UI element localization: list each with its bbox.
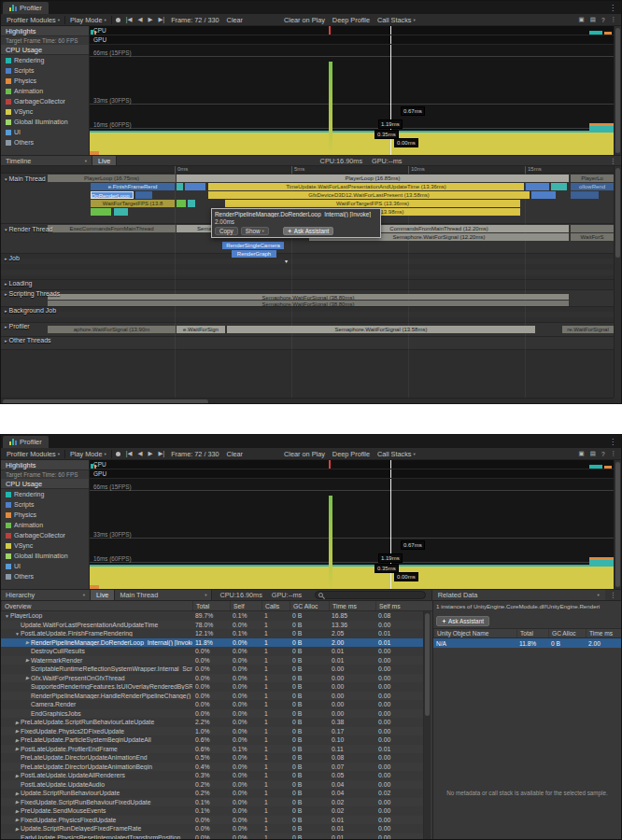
column-header[interactable]: Unity Object Name bbox=[433, 629, 516, 637]
legend-item[interactable]: Animation bbox=[1, 520, 89, 530]
hierarchy-row[interactable]: ▶WatermarkRender 0.0% 0.0% 1 0 B 0.01 0.… bbox=[1, 656, 425, 665]
toolbar-menu-icon[interactable]: ⋮ bbox=[608, 16, 620, 23]
hierarchy-row[interactable]: EndGraphicsJobs 0.0% 0.0% 1 0 B 0.00 0.0… bbox=[1, 709, 425, 719]
modules-scrollbar[interactable] bbox=[614, 460, 621, 589]
thread-foldout-icon[interactable]: ▸ bbox=[5, 291, 7, 297]
layout-list-icon[interactable]: ▤ bbox=[587, 16, 599, 23]
thread-label[interactable]: ▸ Job bbox=[5, 255, 20, 261]
play-mode-dropdown[interactable]: Play Mode▾ bbox=[66, 448, 110, 459]
thread-dropdown[interactable]: Main Thread▾ bbox=[115, 590, 212, 600]
play-mode-dropdown[interactable]: Play Mode▾ bbox=[66, 14, 110, 25]
highlights-module-header[interactable]: Highlights bbox=[1, 460, 89, 470]
hierarchy-row[interactable]: DestroyCullResults 0.0% 0.0% 1 0 B 0.01 … bbox=[1, 647, 425, 656]
related-data-dropdown[interactable]: Related Data▾ bbox=[431, 590, 605, 600]
first-frame-button[interactable]: |◀ bbox=[123, 450, 135, 457]
expand-marker-icon[interactable]: ▾ bbox=[285, 258, 288, 264]
deep-profile-toggle[interactable]: Deep Profile bbox=[329, 448, 374, 459]
cpu-usage-chart[interactable]: 66ms (15FPS) 33ms (30FPS) 16ms (60FPS) bbox=[90, 479, 621, 589]
hierarchy-row[interactable]: PostLateUpdate.UpdateAudio 0.2% 0.0% 1 0… bbox=[1, 780, 425, 790]
column-header[interactable]: GC Alloc bbox=[548, 629, 586, 637]
hierarchy-row[interactable]: EarlyUpdate.PhysicsResetInterpolatedTran… bbox=[1, 833, 425, 840]
legend-item[interactable]: Global Illumination bbox=[1, 551, 89, 561]
hierarchy-row[interactable]: ▶PreLateUpdate.ParticleSystemBeginUpdate… bbox=[1, 735, 425, 745]
cpu-usage-chart[interactable]: 66ms (15FPS) 33ms (30FPS) 16ms (60FPS) bbox=[90, 45, 621, 155]
search-input[interactable] bbox=[315, 591, 425, 599]
live-toggle[interactable]: Live bbox=[91, 590, 115, 600]
thread-label[interactable]: ▸ Profiler bbox=[5, 323, 30, 329]
window-menu-icon[interactable]: ⋮ bbox=[604, 438, 621, 448]
thread-label[interactable]: ▸ Background Job bbox=[5, 307, 56, 314]
thread-foldout-icon[interactable]: ▸ bbox=[5, 281, 7, 287]
hierarchy-row[interactable]: ▶Gfx.WaitForPresentOnGfxThread 0.0% 0.0%… bbox=[1, 674, 425, 683]
legend-item[interactable]: Scripts bbox=[1, 499, 89, 510]
column-header[interactable]: Self ms bbox=[375, 601, 425, 610]
cpu-usage-module-header[interactable]: CPU Usage bbox=[1, 45, 89, 55]
column-header[interactable]: Overview bbox=[1, 601, 192, 610]
time-ruler[interactable]: 0ms 5ms 10ms 15ms bbox=[1, 166, 621, 174]
legend-item[interactable]: Others bbox=[1, 571, 89, 581]
thread-label[interactable]: ▸ Scripting Threads bbox=[5, 290, 60, 297]
thread-foldout-icon[interactable]: ▸ bbox=[5, 338, 7, 343]
hierarchy-row[interactable]: ▶PreUpdate.SendMouseEvents 0.1% 0.0% 1 0… bbox=[1, 806, 425, 816]
live-toggle[interactable]: Live bbox=[92, 156, 117, 165]
row-foldout-icon[interactable]: ▶ bbox=[14, 808, 21, 814]
column-header[interactable]: GC Alloc bbox=[290, 601, 329, 610]
legend-item[interactable]: Rendering bbox=[1, 489, 89, 499]
legend-item[interactable]: Global Illumination bbox=[1, 117, 89, 127]
clear-on-play-toggle[interactable]: Clear on Play bbox=[280, 448, 329, 459]
thread-foldout-icon[interactable]: ▸ bbox=[5, 256, 7, 261]
legend-item[interactable]: Scripts bbox=[1, 65, 89, 76]
hierarchy-scrollbar[interactable] bbox=[423, 611, 431, 840]
legend-item[interactable]: Physics bbox=[1, 510, 89, 520]
cpu-highlight-strip[interactable]: CPU bbox=[90, 26, 621, 35]
row-foldout-icon[interactable]: ▶ bbox=[14, 791, 21, 796]
row-foldout-icon[interactable]: ▶ bbox=[14, 773, 21, 778]
legend-item[interactable]: Animation bbox=[1, 86, 89, 96]
window-menu-icon[interactable]: ⋮ bbox=[604, 4, 621, 14]
column-header[interactable]: Self bbox=[230, 601, 262, 610]
clear-button[interactable]: Clear bbox=[223, 14, 247, 25]
show-dropdown-button[interactable]: Show▾ bbox=[241, 227, 269, 235]
hierarchy-row[interactable]: ScriptableRuntimeReflectionSystemWrapper… bbox=[1, 665, 425, 674]
column-header[interactable]: Time ms bbox=[586, 629, 621, 637]
row-foldout-icon[interactable]: ▶ bbox=[14, 728, 21, 734]
last-frame-button[interactable]: ▶| bbox=[155, 16, 167, 23]
related-row[interactable]: N/A 11.8% 0 B 2.00 bbox=[433, 638, 621, 648]
profiler-modules-dropdown[interactable]: Profiler Modules▾ bbox=[3, 14, 64, 25]
profiler-tab[interactable]: Profiler bbox=[3, 2, 49, 14]
legend-item[interactable]: Physics bbox=[1, 76, 89, 86]
cpu-highlight-strip[interactable]: CPU bbox=[90, 460, 621, 469]
call-stacks-dropdown[interactable]: Call Stacks▾ bbox=[374, 448, 419, 459]
layout-grid-icon[interactable]: ▣ bbox=[576, 16, 587, 23]
hierarchy-row[interactable]: ▶PreLateUpdate.ScriptRunBehaviourLateUpd… bbox=[1, 718, 425, 727]
hierarchy-row[interactable]: ▶Update.ScriptRunBehaviourUpdate 0.2% 0.… bbox=[1, 789, 425, 798]
timeline-vertical-scrollbar[interactable] bbox=[614, 166, 621, 398]
last-frame-button[interactable]: ▶| bbox=[155, 450, 167, 457]
thread-label[interactable]: ▸ Loading bbox=[5, 280, 32, 287]
hierarchy-table-header[interactable]: OverviewTotalSelfCallsGC AllocTime msSel… bbox=[1, 601, 432, 611]
row-foldout-icon[interactable]: ▶ bbox=[14, 737, 21, 743]
ask-assistant-button[interactable]: Ask Assistant bbox=[436, 616, 489, 626]
legend-item[interactable]: VSync bbox=[1, 106, 89, 117]
column-header[interactable]: Total bbox=[516, 629, 548, 637]
row-foldout-icon[interactable]: ▶ bbox=[14, 799, 21, 805]
thread-label[interactable]: ▾ Render Thread bbox=[5, 226, 52, 232]
first-frame-button[interactable]: |◀ bbox=[123, 16, 135, 23]
prev-frame-button[interactable]: ◀ bbox=[134, 450, 145, 457]
help-icon[interactable]: ? bbox=[599, 451, 608, 457]
toolbar-menu-icon[interactable]: ⋮ bbox=[608, 450, 620, 457]
layout-grid-icon[interactable]: ▣ bbox=[576, 450, 587, 457]
hierarchy-row[interactable]: Camera.Render 0.0% 0.0% 1 0 B 0.00 0.00 bbox=[1, 700, 425, 709]
gpu-highlight-strip[interactable]: GPU bbox=[90, 469, 621, 479]
row-foldout-icon[interactable]: ▼ bbox=[14, 631, 21, 637]
row-foldout-icon[interactable]: ▶ bbox=[14, 826, 21, 832]
clear-button[interactable]: Clear bbox=[223, 448, 247, 459]
row-foldout-icon[interactable]: ▶ bbox=[14, 746, 21, 751]
related-table-header[interactable]: Unity Object NameTotalGC AllocTime ms bbox=[433, 628, 621, 638]
row-foldout-icon[interactable]: ▶ bbox=[24, 675, 31, 680]
hierarchy-row[interactable]: ▶PostLateUpdate.UpdateAllRenderers 0.3% … bbox=[1, 771, 425, 780]
modules-scrollbar[interactable] bbox=[614, 26, 621, 155]
row-foldout-icon[interactable]: ▶ bbox=[24, 639, 31, 645]
hierarchy-view-dropdown[interactable]: Hierarchy▾ bbox=[1, 590, 91, 600]
hierarchy-row[interactable]: PreLateUpdate.DirectorUpdateAnimationEnd… bbox=[1, 753, 425, 763]
